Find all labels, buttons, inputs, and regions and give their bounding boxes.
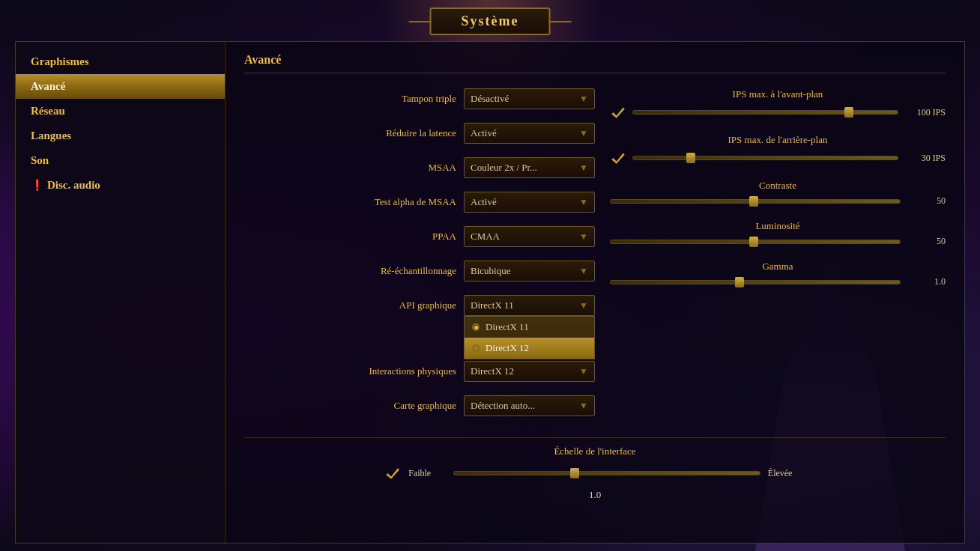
carte-graphique-dropdown[interactable]: Détection auto... ▼ (464, 395, 595, 416)
ppaa-arrow: ▼ (579, 231, 588, 243)
msaa-dropdown[interactable]: Couleur 2x / Pr... ▼ (464, 157, 595, 178)
reechantillonnage-arrow: ▼ (579, 266, 588, 277)
sidebar-item-reseau[interactable]: Réseau (16, 99, 225, 124)
interface-scale-section: Échelle de l'interface Faible Élevée 1.0 (244, 437, 946, 501)
ips-avant-plan-value: 100 IPS (904, 107, 946, 118)
msaa-arrow: ▼ (579, 162, 588, 174)
interactions-physiques-label: Interactions physiques (366, 365, 456, 377)
window-title: Système (462, 13, 519, 28)
reechantillonnage-label: Ré-échantillonnage (366, 265, 456, 277)
luminosite-label: Luminosité (610, 220, 946, 232)
sidebar-item-langues[interactable]: Langues (16, 124, 225, 148)
interface-scale-row: Faible Élevée (384, 465, 805, 481)
sidebar: Graphismes Avancé Réseau Langues Son ❗ D… (16, 42, 226, 543)
luminosite-value: 50 (904, 236, 946, 247)
ppaa-dropdown[interactable]: CMAA ▼ (464, 226, 595, 247)
reduire-latence-dropdown[interactable]: Activé ▼ (464, 123, 595, 144)
ips-arriere-plan-checkbox[interactable] (610, 150, 626, 166)
interactions-physiques-row: Interactions physiques DirectX 12 ▼ (244, 361, 595, 382)
api-graphique-dropdown[interactable]: DirectX 11 ▼ (464, 295, 595, 316)
msaa-label: MSAA (366, 162, 456, 174)
ips-avant-plan-slider[interactable] (632, 110, 898, 115)
main-container: Graphismes Avancé Réseau Langues Son ❗ D… (15, 41, 965, 544)
tampon-triple-arrow: ▼ (579, 94, 588, 105)
interface-scale-title: Échelle de l'interface (554, 445, 635, 457)
test-alpha-label: Test alpha de MSAA (366, 196, 456, 208)
interface-scale-slider[interactable] (453, 471, 760, 475)
left-settings-col: Tampon triple Désactivé ▼ Réduire la lat… (244, 88, 595, 430)
interface-scale-checkbox[interactable] (384, 465, 401, 481)
carte-graphique-label: Carte graphique (366, 400, 456, 412)
ips-arriere-plan-group: IPS max. de l'arrière-plan 30 IPS (610, 134, 946, 166)
luminosite-slider[interactable] (610, 240, 901, 244)
api-graphique-container: DirectX 11 ▼ DirectX 11 DirectX 12 (464, 295, 595, 316)
reechantillonnage-dropdown[interactable]: Bicubique ▼ (464, 261, 595, 281)
radio-dx11 (472, 323, 480, 331)
ips-arriere-plan-label: IPS max. de l'arrière-plan (610, 134, 946, 146)
reduire-latence-arrow: ▼ (579, 128, 588, 139)
ips-avant-plan-label: IPS max. à l'avant-plan (610, 88, 946, 100)
carte-graphique-arrow: ▼ (579, 401, 588, 412)
contraste-group: Contraste 50 (610, 180, 946, 207)
ips-avant-plan-group: IPS max. à l'avant-plan 100 IPS (610, 88, 946, 121)
interface-scale-high: Élevée (768, 468, 805, 479)
ppaa-row: PPAA CMAA ▼ (244, 226, 595, 247)
api-graphique-label: API graphique (366, 299, 456, 311)
tampon-triple-label: Tampon triple (366, 93, 456, 105)
sidebar-item-avance[interactable]: Avancé (16, 74, 225, 99)
interactions-physiques-dropdown[interactable]: DirectX 12 ▼ (464, 361, 595, 382)
api-option-dx12[interactable]: DirectX 12 (465, 338, 594, 359)
interface-scale-low: Faible (408, 468, 446, 479)
sidebar-item-son[interactable]: Son (16, 148, 225, 173)
right-settings-col: IPS max. à l'avant-plan 100 IPS IPS max.… (595, 88, 946, 430)
content-area: Avancé Tampon triple Désactivé ▼ Réduire… (226, 42, 964, 543)
gamma-value: 1.0 (904, 276, 946, 287)
reechantillonnage-row: Ré-échantillonnage Bicubique ▼ (244, 261, 595, 281)
test-alpha-dropdown[interactable]: Activé ▼ (464, 192, 595, 213)
ips-arriere-plan-row: 30 IPS (610, 150, 946, 166)
gamma-group: Gamma 1.0 (610, 261, 946, 287)
tampon-triple-dropdown[interactable]: Désactivé ▼ (464, 88, 595, 109)
sidebar-item-disc-audio[interactable]: ❗ Disc. audio (16, 173, 225, 198)
contraste-slider[interactable] (610, 199, 901, 204)
ppaa-label: PPAA (366, 231, 456, 243)
test-alpha-row: Test alpha de MSAA Activé ▼ (244, 192, 595, 213)
ips-arriere-plan-value: 30 IPS (904, 153, 946, 164)
ips-avant-plan-row: 100 IPS (610, 104, 946, 121)
gamma-label: Gamma (610, 261, 946, 273)
ips-arriere-plan-slider[interactable] (632, 156, 898, 160)
gamma-slider[interactable] (610, 280, 901, 284)
tampon-triple-row: Tampon triple Désactivé ▼ (244, 88, 595, 109)
interface-scale-container: Échelle de l'interface Faible Élevée 1.0 (244, 445, 946, 501)
interface-scale-value: 1.0 (589, 489, 601, 501)
radio-dx12 (472, 344, 480, 352)
reduire-latence-label: Réduire la latence (366, 127, 456, 139)
msaa-row: MSAA Couleur 2x / Pr... ▼ (244, 157, 595, 178)
test-alpha-arrow: ▼ (579, 197, 588, 208)
luminosite-group: Luminosité 50 (610, 220, 946, 247)
carte-graphique-row: Carte graphique Détection auto... ▼ (244, 395, 595, 416)
api-option-dx11[interactable]: DirectX 11 (465, 317, 594, 338)
warning-icon: ❗ (31, 179, 43, 192)
sidebar-item-graphismes[interactable]: Graphismes (16, 49, 225, 74)
api-graphique-row: API graphique DirectX 11 ▼ DirectX 11 (244, 295, 595, 316)
api-graphique-popup: DirectX 11 DirectX 12 (464, 316, 595, 359)
section-title: Avancé (244, 53, 946, 73)
title-box: Système (430, 7, 551, 35)
interactions-physiques-arrow: ▼ (579, 366, 588, 377)
api-graphique-arrow: ▼ (579, 300, 588, 311)
title-bar: Système (430, 7, 551, 35)
ips-avant-plan-checkbox[interactable] (610, 104, 626, 121)
contraste-value: 50 (904, 195, 946, 207)
reduire-latence-row: Réduire la latence Activé ▼ (244, 123, 595, 144)
contraste-label: Contraste (610, 180, 946, 192)
